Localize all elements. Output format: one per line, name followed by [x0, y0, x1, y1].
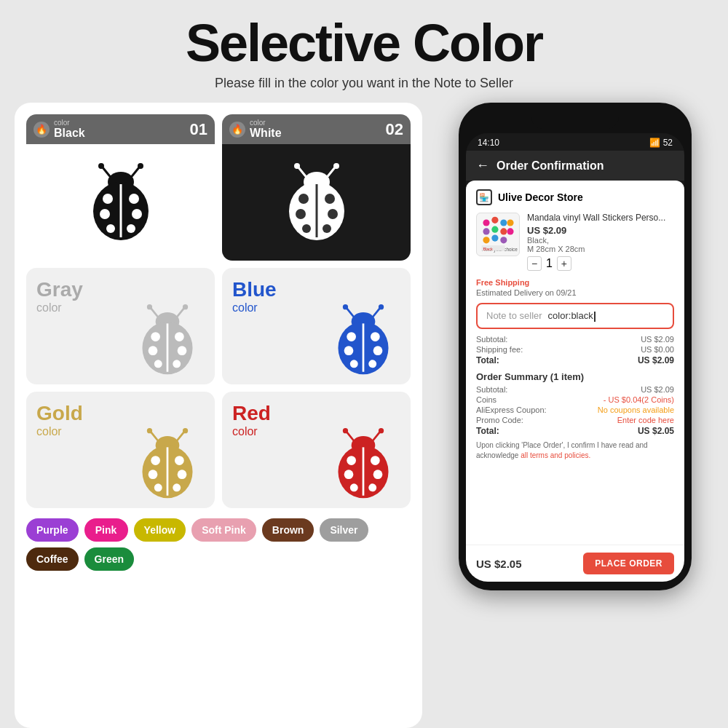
fire-icon-white: 🔥: [229, 122, 245, 138]
svg-point-38: [173, 360, 181, 368]
product-row: Hello your choice Black Mandala vinyl Wa…: [476, 213, 674, 271]
summary-subtotal-row: Subtotal: US $2.09: [476, 385, 674, 394]
phone-notch: [531, 111, 619, 129]
blue-sublabel: color: [232, 301, 258, 314]
ladybug-gold: [127, 428, 207, 501]
svg-point-22: [296, 209, 306, 219]
gray-label: Gray: [36, 278, 83, 301]
svg-point-83: [491, 226, 498, 232]
svg-point-37: [154, 360, 162, 368]
color-card-blue[interactable]: Blue color: [222, 268, 411, 384]
color-card-gold[interactable]: Gold color: [26, 392, 215, 508]
svg-point-10: [132, 209, 142, 219]
svg-point-8: [129, 194, 139, 204]
pill-brown[interactable]: Brown: [262, 518, 314, 542]
white-card-text: color White: [250, 119, 381, 140]
qty-plus-btn[interactable]: +: [557, 256, 571, 271]
black-card-text: color Black: [54, 119, 186, 140]
phone-signal: 📶 52: [649, 138, 673, 148]
phone-mockup: 14:10 📶 52 ← Order Confirmation 🏪 Ulive …: [459, 103, 692, 590]
color-card-black[interactable]: 🔥 color Black 01: [26, 114, 215, 261]
svg-point-21: [325, 194, 335, 204]
svg-point-74: [344, 470, 354, 479]
coupon-row: AliExpress Coupon: No coupons available: [476, 405, 674, 414]
phone-time: 14:10: [478, 138, 499, 148]
place-order-button[interactable]: PLACE ORDER: [583, 553, 674, 574]
shipping-fee-row: Shipping fee: US $0.00: [476, 345, 674, 354]
estimated-delivery: Estimated Delivery on 09/21: [476, 288, 674, 297]
pill-pink[interactable]: Pink: [84, 518, 128, 542]
color-card-red[interactable]: Red color: [222, 392, 411, 508]
phone-nav-title: Order Confirmation: [496, 159, 604, 173]
svg-point-62: [178, 470, 187, 479]
svg-point-61: [149, 470, 158, 479]
svg-point-63: [154, 483, 162, 491]
free-shipping-label: Free Shipping: [476, 278, 674, 287]
fire-icon-black: 🔥: [33, 122, 50, 138]
svg-point-34: [175, 332, 184, 341]
product-thumb-img: Hello your choice Black: [478, 215, 518, 255]
gray-sublabel: color: [36, 301, 62, 314]
pill-green[interactable]: Green: [84, 547, 134, 571]
svg-point-15: [294, 163, 300, 169]
coins-row: Coins - US $0.04(2 Coins): [476, 395, 674, 404]
svg-point-42: [379, 304, 384, 309]
svg-point-76: [350, 483, 358, 491]
content-area: 🔥 color Black 01: [15, 103, 713, 728]
svg-point-51: [368, 360, 376, 368]
pill-coffee[interactable]: Coffee: [26, 547, 79, 571]
text-cursor: [594, 312, 596, 322]
svg-point-20: [298, 194, 309, 204]
top-color-row: 🔥 color Black 01: [26, 114, 411, 261]
svg-point-67: [343, 428, 348, 433]
svg-point-60: [175, 456, 184, 465]
svg-point-35: [149, 346, 158, 355]
phone-screen: 14:10 📶 52 ← Order Confirmation 🏪 Ulive …: [466, 133, 684, 582]
svg-point-9: [100, 209, 110, 219]
product-thumbnail: Hello your choice Black: [476, 213, 520, 256]
pill-purple[interactable]: Purple: [26, 518, 79, 542]
color-card-gray[interactable]: Gray color: [26, 268, 215, 384]
subtotal-row: Subtotal: US $2.09: [476, 335, 674, 344]
gold-label: Gold: [36, 402, 83, 425]
svg-point-33: [151, 332, 160, 341]
ladybug-blue: [323, 304, 403, 377]
product-variant: Black, M 28cm X 28cm: [527, 236, 674, 253]
svg-point-24: [302, 224, 311, 233]
pill-soft-pink[interactable]: Soft Pink: [191, 518, 256, 542]
svg-point-68: [379, 428, 384, 433]
terms-link[interactable]: all terms and policies.: [521, 451, 590, 459]
svg-point-80: [500, 219, 507, 226]
phone-footer: US $2.05 PLACE ORDER: [466, 545, 684, 582]
bottom-color-row: Gold color: [26, 392, 411, 508]
svg-point-36: [178, 346, 187, 355]
promo-row: Promo Code: Enter code here: [476, 416, 674, 424]
svg-point-73: [371, 456, 380, 465]
mid-color-row: Gray color: [26, 268, 411, 384]
qty-value: 1: [546, 257, 553, 270]
pill-yellow[interactable]: Yellow: [134, 518, 186, 542]
svg-point-59: [151, 456, 160, 465]
black-color-label: color: [54, 119, 186, 127]
svg-point-88: [500, 237, 507, 243]
back-arrow-icon[interactable]: ←: [476, 158, 489, 173]
svg-point-81: [507, 219, 513, 226]
ladybug-white: [273, 159, 360, 246]
pill-silver[interactable]: Silver: [320, 518, 368, 542]
enter-code-link[interactable]: Enter code here: [617, 416, 674, 424]
note-to-seller-field[interactable]: Note to seller color:black: [476, 303, 674, 329]
blue-label: Blue: [232, 278, 277, 301]
svg-point-79: [491, 216, 498, 223]
svg-point-82: [483, 228, 489, 234]
color-pills-row: PurplePinkYellowSoft PinkBrownSilverCoff…: [26, 518, 411, 571]
red-sublabel: color: [232, 425, 258, 438]
note-label: Note to seller: [486, 310, 542, 321]
store-icon: 🏪: [476, 189, 492, 205]
qty-minus-btn[interactable]: −: [527, 256, 542, 271]
black-card-body: [26, 144, 215, 261]
white-number: 02: [386, 120, 403, 139]
note-value: color:black: [548, 310, 596, 322]
svg-point-85: [507, 228, 513, 234]
svg-point-54: [147, 428, 152, 433]
color-card-white[interactable]: 🔥 color White 02: [222, 114, 411, 261]
